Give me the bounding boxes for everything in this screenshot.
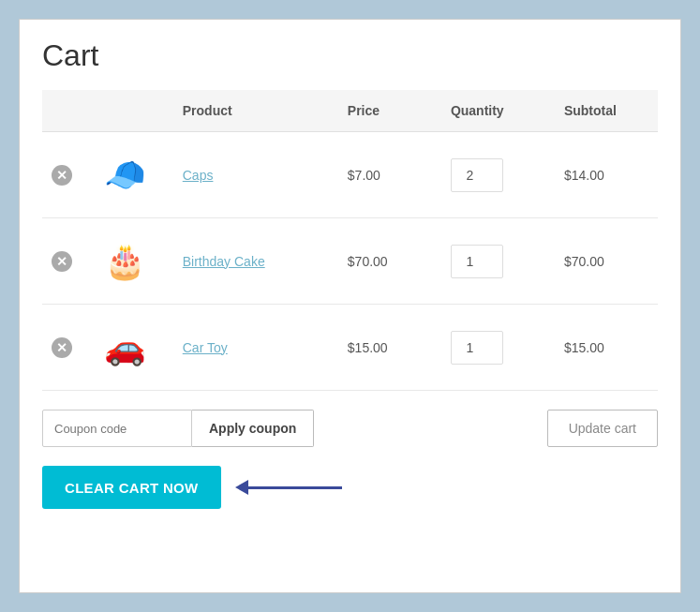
col-header-quantity: Quantity xyxy=(441,90,555,132)
product-image-caps: 🧢 xyxy=(95,149,156,201)
product-price-caps: $7.00 xyxy=(348,168,380,183)
coupon-input[interactable] xyxy=(42,410,192,447)
remove-cell-birthday-cake: ✕ xyxy=(42,218,85,305)
product-link-caps[interactable]: Caps xyxy=(183,168,214,183)
qty-cell-birthday-cake xyxy=(441,218,555,305)
image-cell-caps: 🧢 xyxy=(85,132,173,218)
qty-cell-caps xyxy=(441,132,555,218)
price-cell-birthday-cake: $70.00 xyxy=(338,218,441,305)
image-cell-birthday-cake: 🎂 xyxy=(85,218,173,305)
name-cell-car-toy: Car Toy xyxy=(173,305,338,391)
table-row: ✕ 🚗 Car Toy $15.00 $15.00 xyxy=(42,305,658,391)
subtotal-cell-car-toy: $15.00 xyxy=(555,305,658,391)
price-cell-car-toy: $15.00 xyxy=(338,305,441,391)
clear-cart-button[interactable]: Clear Cart Now xyxy=(42,466,221,509)
clear-cart-section: Clear Cart Now xyxy=(42,466,658,509)
product-image-car-toy: 🚗 xyxy=(95,321,156,373)
remove-button-birthday-cake[interactable]: ✕ xyxy=(52,251,72,272)
arrow-line xyxy=(248,486,342,489)
arrow-head-icon xyxy=(235,480,248,495)
col-header-price: Price xyxy=(338,90,441,132)
product-link-birthday-cake[interactable]: Birthday Cake xyxy=(183,254,265,269)
product-price-birthday-cake: $70.00 xyxy=(348,254,388,269)
product-subtotal-caps: $14.00 xyxy=(564,168,604,183)
product-price-car-toy: $15.00 xyxy=(348,340,388,355)
arrow-indicator xyxy=(236,480,342,495)
price-cell-caps: $7.00 xyxy=(338,132,441,218)
apply-coupon-button[interactable]: Apply coupon xyxy=(192,410,314,447)
name-cell-birthday-cake: Birthday Cake xyxy=(173,218,338,305)
remove-button-car-toy[interactable]: ✕ xyxy=(52,337,72,358)
qty-input-caps[interactable] xyxy=(451,158,503,192)
image-cell-car-toy: 🚗 xyxy=(85,305,173,391)
qty-cell-car-toy xyxy=(441,305,555,391)
remove-cell-caps: ✕ xyxy=(42,132,85,218)
cart-container: Cart Product Price Quantity Subtotal ✕ 🧢… xyxy=(19,19,681,593)
update-cart-button[interactable]: Update cart xyxy=(547,410,658,447)
col-header-remove xyxy=(42,90,85,132)
table-row: ✕ 🎂 Birthday Cake $70.00 $70.00 xyxy=(42,218,658,305)
table-row: ✕ 🧢 Caps $7.00 $14.00 xyxy=(42,132,658,218)
col-header-product: Product xyxy=(173,90,338,132)
page-title: Cart xyxy=(42,38,658,73)
qty-input-birthday-cake[interactable] xyxy=(451,245,503,278)
product-image-birthday-cake: 🎂 xyxy=(95,235,156,287)
product-subtotal-birthday-cake: $70.00 xyxy=(564,254,604,269)
product-link-car-toy[interactable]: Car Toy xyxy=(183,340,228,355)
col-header-image xyxy=(85,90,173,132)
product-subtotal-car-toy: $15.00 xyxy=(564,340,604,355)
qty-input-car-toy[interactable] xyxy=(451,331,503,365)
subtotal-cell-birthday-cake: $70.00 xyxy=(555,218,658,305)
remove-cell-car-toy: ✕ xyxy=(42,305,85,391)
subtotal-cell-caps: $14.00 xyxy=(555,132,658,218)
name-cell-caps: Caps xyxy=(173,132,338,218)
cart-footer: Apply coupon Update cart xyxy=(42,410,658,447)
col-header-subtotal: Subtotal xyxy=(555,90,658,132)
remove-button-caps[interactable]: ✕ xyxy=(52,165,72,186)
cart-table: Product Price Quantity Subtotal ✕ 🧢 Caps… xyxy=(42,90,658,391)
